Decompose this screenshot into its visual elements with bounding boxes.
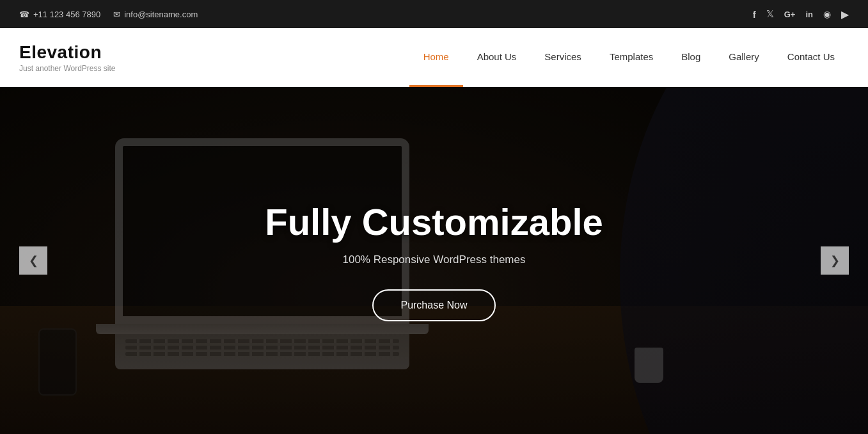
nav-item-contact[interactable]: Contact Us — [773, 28, 849, 87]
nav-item-blog[interactable]: Blog — [667, 28, 714, 87]
email-icon: ✉ — [113, 10, 120, 19]
phone-number: +11 123 456 7890 — [33, 10, 100, 19]
youtube-link[interactable]: ▶ — [841, 8, 849, 20]
linkedin-icon: in — [805, 10, 813, 19]
rss-icon: ◉ — [823, 9, 831, 19]
nav-item-about[interactable]: About Us — [463, 28, 531, 87]
hero-subtitle: 100% Responsive WordPress themes — [265, 253, 603, 266]
phone-icon: ☎ — [19, 10, 29, 19]
logo-title: Elevation — [19, 42, 116, 63]
slider-next-button[interactable]: ❯ — [821, 246, 849, 275]
facebook-link[interactable]: f — [753, 9, 756, 20]
hero-section: Fully Customizable 100% Responsive WordP… — [0, 87, 868, 434]
nav-item-home[interactable]: Home — [409, 28, 463, 87]
site-header: Elevation Just another WordPress site Ho… — [0, 28, 868, 87]
twitter-icon: 𝕏 — [766, 8, 774, 20]
nav-item-services[interactable]: Services — [530, 28, 596, 87]
top-bar-contact: ☎ +11 123 456 7890 ✉ info@sitename.com — [19, 10, 198, 19]
main-nav: Home About Us Services Templates Blog Ga… — [409, 28, 849, 87]
purchase-now-button[interactable]: Purchase Now — [372, 289, 495, 321]
rss-link[interactable]: ◉ — [823, 9, 831, 19]
chevron-left-icon: ❮ — [29, 253, 38, 268]
nav-item-gallery[interactable]: Gallery — [714, 28, 773, 87]
linkedin-link[interactable]: in — [805, 10, 813, 19]
google-plus-icon: G+ — [784, 10, 796, 19]
youtube-icon: ▶ — [841, 8, 849, 20]
top-bar: ☎ +11 123 456 7890 ✉ info@sitename.com f… — [0, 0, 868, 28]
slider-prev-button[interactable]: ❮ — [19, 246, 47, 275]
social-links: f 𝕏 G+ in ◉ ▶ — [753, 8, 849, 20]
chevron-right-icon: ❯ — [830, 253, 840, 268]
twitter-link[interactable]: 𝕏 — [766, 8, 774, 20]
facebook-icon: f — [753, 9, 756, 20]
nav-item-templates[interactable]: Templates — [596, 28, 667, 87]
hero-content: Fully Customizable 100% Responsive WordP… — [265, 200, 603, 321]
logo-subtitle: Just another WordPress site — [19, 64, 116, 73]
email-address: info@sitename.com — [124, 10, 198, 19]
hero-title: Fully Customizable — [265, 200, 603, 243]
google-plus-link[interactable]: G+ — [784, 10, 796, 19]
logo[interactable]: Elevation Just another WordPress site — [19, 42, 116, 73]
email-info: ✉ info@sitename.com — [113, 10, 198, 19]
phone-info: ☎ +11 123 456 7890 — [19, 10, 100, 19]
